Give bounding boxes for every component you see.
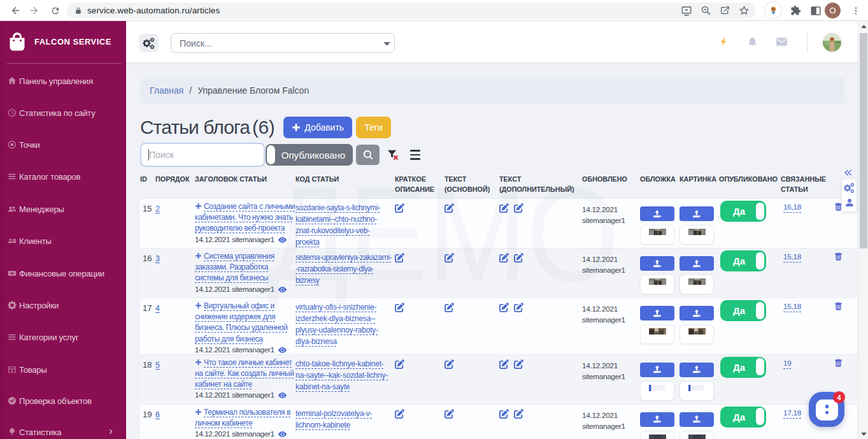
- related-articles-link[interactable]: 17,18: [783, 408, 801, 417]
- trash-icon[interactable]: [834, 359, 843, 368]
- bookmark-star-icon[interactable]: [739, 5, 750, 16]
- edit-short-description-icon[interactable]: [395, 359, 404, 369]
- browser-menu-icon[interactable]: [848, 3, 864, 18]
- table-menu-icon[interactable]: [410, 150, 420, 160]
- published-toggle[interactable]: Да: [720, 357, 766, 378]
- sidebar-item-2[interactable]: Точки: [8, 138, 122, 151]
- cover-thumbnail[interactable]: [640, 324, 674, 344]
- article-code-link[interactable]: sistema-upravleniya-zakazami--razrabotka…: [295, 253, 392, 285]
- collapse-columns-icon[interactable]: [844, 169, 852, 176]
- user-avatar[interactable]: [823, 33, 841, 52]
- sidebar-item-5[interactable]: Клиенты: [8, 234, 122, 247]
- picture-upload-button[interactable]: [679, 206, 714, 221]
- column-header[interactable]: ТЕКСТ (ДОПОЛНИТЕЛЬНЫЙ): [499, 175, 582, 198]
- chat-widget-button[interactable]: 4: [809, 392, 844, 427]
- article-title-link[interactable]: Создание сайта с личными кабинетами. Что…: [195, 202, 295, 233]
- sidebar-item-4[interactable]: Менеджеры: [8, 203, 122, 215]
- cover-thumbnail[interactable]: [640, 381, 674, 401]
- add-article-button[interactable]: Добавить: [283, 117, 352, 138]
- sidebar-item-10[interactable]: Проверка объектов: [8, 394, 122, 407]
- edit-short-description-icon[interactable]: [395, 303, 404, 312]
- related-articles-link[interactable]: 15,18: [783, 252, 801, 261]
- share-icon[interactable]: [720, 5, 730, 16]
- column-header[interactable]: КОД СТАТЬИ: [295, 175, 395, 198]
- breadcrumb-home-link[interactable]: Главная: [150, 85, 183, 96]
- search-button[interactable]: [356, 145, 380, 165]
- table-search-input[interactable]: [140, 143, 265, 167]
- edit-main-text-icon[interactable]: [445, 253, 454, 263]
- side-panel-icon[interactable]: [808, 3, 823, 18]
- column-header[interactable]: ОБЛОЖКА: [640, 175, 679, 198]
- install-app-icon[interactable]: [681, 5, 692, 17]
- zoom-out-icon[interactable]: [701, 5, 711, 16]
- lock-icon[interactable]: [75, 7, 82, 15]
- order-link[interactable]: 4: [155, 304, 160, 313]
- edit-main-text-icon[interactable]: [445, 359, 454, 369]
- edit-extra-text-icon[interactable]: [499, 409, 509, 419]
- edit-short-description-icon[interactable]: [395, 203, 404, 213]
- eye-icon[interactable]: [278, 346, 287, 354]
- column-header[interactable]: ТЕКСТ (ОСНОВНОЙ): [445, 175, 499, 198]
- eye-icon[interactable]: [278, 391, 287, 399]
- page-scrollbar[interactable]: [858, 21, 868, 439]
- edit-short-description-icon[interactable]: [395, 409, 404, 419]
- clear-filter-icon[interactable]: [387, 149, 399, 161]
- edit-extra-text-icon[interactable]: [499, 359, 509, 369]
- published-toggle[interactable]: Да: [720, 407, 766, 428]
- edit-extra-text-icon[interactable]: [499, 303, 509, 312]
- picture-upload-button[interactable]: [679, 256, 714, 271]
- extensions-puzzle-icon[interactable]: [788, 3, 804, 18]
- order-link[interactable]: 6: [155, 410, 160, 419]
- edit-main-text-icon[interactable]: [445, 409, 454, 419]
- settings-gears-button[interactable]: [139, 34, 159, 52]
- sidebar-item-3[interactable]: Каталог товаров: [8, 170, 122, 183]
- column-header[interactable]: ПОРЯДОК: [155, 175, 195, 198]
- sidebar-item-11[interactable]: Статистика: [8, 426, 122, 438]
- article-title-link[interactable]: Терминал пользователя в личном кабинете: [195, 408, 290, 428]
- column-header[interactable]: КАРТИНКА: [679, 175, 719, 198]
- eye-icon[interactable]: [278, 285, 287, 294]
- order-link[interactable]: 3: [155, 254, 160, 263]
- picture-upload-button[interactable]: [679, 363, 714, 377]
- table-settings-gears-icon[interactable]: [844, 183, 855, 193]
- column-header[interactable]: ЗАГОЛОВОК СТАТЬИ: [195, 175, 295, 198]
- lightning-icon[interactable]: [719, 36, 729, 47]
- scrollbar-up-arrow[interactable]: [858, 21, 868, 31]
- edit-main-text-icon[interactable]: [445, 303, 454, 312]
- article-title-link[interactable]: Виртуальный офис и снижение издержек для…: [195, 301, 288, 343]
- address-bar[interactable]: service.web-automation.ru/articles: [67, 3, 756, 18]
- related-articles-link[interactable]: 16,18: [783, 203, 801, 212]
- cover-upload-button[interactable]: [640, 363, 674, 377]
- picture-upload-button[interactable]: [679, 412, 714, 427]
- cover-upload-button[interactable]: [640, 412, 674, 427]
- column-header[interactable]: СВЯЗАННЫЕ СТАТЬИ: [781, 175, 829, 198]
- edit-extra-text-icon-2[interactable]: [514, 409, 523, 419]
- brand-logo[interactable]: FALCON SERVICE: [9, 32, 111, 52]
- article-title-link[interactable]: Что такое личные кабинет на сайте. Как с…: [195, 358, 294, 389]
- edit-extra-text-icon[interactable]: [499, 253, 509, 263]
- sidebar-item-6[interactable]: Финансовые операции: [8, 267, 122, 280]
- browser-reload-button[interactable]: [47, 3, 63, 18]
- browser-profile-avatar[interactable]: O: [825, 3, 841, 18]
- scrollbar-thumb[interactable]: [860, 33, 867, 248]
- published-toggle[interactable]: Да: [720, 250, 766, 271]
- column-header[interactable]: ОБНОВЛЕНО: [582, 175, 640, 198]
- column-header[interactable]: ОПУБЛИКОВАНО: [719, 175, 781, 198]
- cover-upload-button[interactable]: [640, 306, 674, 320]
- column-header[interactable]: КРАТКОЕ ОПИСАНИЕ: [395, 175, 445, 198]
- sidebar-item-8[interactable]: Категории услуг: [8, 331, 122, 343]
- edit-short-description-icon[interactable]: [395, 253, 404, 263]
- published-filter-toggle[interactable]: Опубликовано: [266, 144, 353, 166]
- column-header[interactable]: ID: [140, 175, 155, 198]
- sidebar-item-7[interactable]: Настройки: [8, 299, 122, 312]
- sidebar-item-0[interactable]: Панель управления: [8, 75, 122, 87]
- edit-extra-text-icon-2[interactable]: [514, 359, 523, 369]
- cover-thumbnail[interactable]: [640, 275, 674, 294]
- related-articles-link[interactable]: 15,18: [783, 302, 801, 311]
- article-code-link[interactable]: chto-takoe-lichnye-kabinet-na-sayte--kak…: [295, 359, 388, 391]
- article-code-link[interactable]: terminal-polzovatelya-v-lichnom-kabinete: [295, 409, 372, 429]
- picture-upload-button[interactable]: [679, 306, 714, 320]
- scrollbar-down-arrow[interactable]: [858, 429, 868, 439]
- picture-thumbnail[interactable]: [679, 275, 714, 294]
- order-link[interactable]: 2: [155, 205, 160, 213]
